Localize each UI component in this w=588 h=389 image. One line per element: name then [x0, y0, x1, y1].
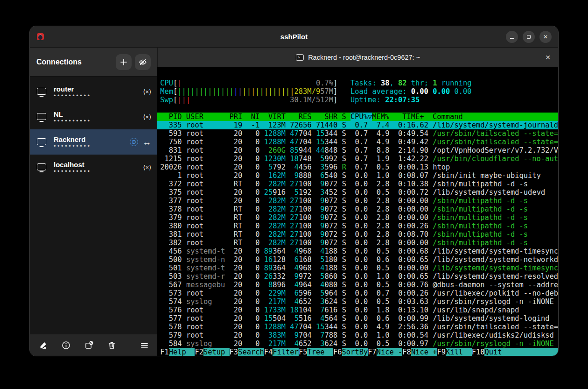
monitor-icon: [37, 88, 46, 95]
connection-password-dots: ••••••••••: [54, 119, 91, 123]
pencil-icon: [39, 341, 48, 350]
fn-label-search[interactable]: Search: [238, 348, 264, 356]
connection-item-router[interactable]: router••••••••••⟨×⟩: [30, 79, 157, 104]
process-row[interactable]: 1 root 20 0 162M 9888 6540 S 0.0 1.0 0:0…: [157, 171, 558, 180]
menu-button[interactable]: [140, 341, 149, 350]
fn-label-kill[interactable]: Kill: [446, 348, 472, 356]
fn-key-f2[interactable]: F2: [195, 348, 203, 356]
process-row[interactable]: 335 root 19 -1 123M 72656 71440 S 0.7 7.…: [157, 121, 558, 129]
info-icon: [62, 341, 70, 350]
app-icon: [37, 33, 44, 40]
terminal-screen[interactable]: CPU[| 0.7%] Tasks: 38, 82 thr; 1 running…: [157, 67, 558, 356]
process-row[interactable]: 584 syslog 20 0 217M 4652 3624 S 0.0 0.5…: [157, 339, 558, 348]
process-row[interactable]: 578 root 20 0 1288M 47704 15344 S 0.0 4.…: [157, 323, 558, 331]
meter-line: Swp[||| 30.1M/512M] Uptime: 22:07:35: [157, 96, 558, 104]
new-terminal-button[interactable]: [84, 341, 93, 350]
connection-password-dots: ••••••••••: [54, 93, 91, 98]
process-row[interactable]: 1215 root 20 0 1230M 18748 5992 S 0.7 1.…: [157, 155, 558, 163]
process-row[interactable]: 573 root 20 0 229M 6596 5964 S 0.0 0.7 0…: [157, 289, 558, 297]
hamburger-icon: [140, 341, 149, 350]
eye-off-icon: [139, 58, 147, 66]
disconnected-icon: ⟨×⟩: [143, 88, 152, 95]
fn-label-help[interactable]: Help: [169, 348, 195, 356]
fn-label-quit[interactable]: Quit: [484, 348, 511, 356]
fn-label-sortby[interactable]: SortBy: [342, 348, 368, 356]
terminal-icon: >_: [296, 54, 304, 61]
fn-key-f7[interactable]: F7: [368, 348, 377, 356]
maximize-icon: [527, 35, 531, 39]
process-row[interactable]: 750 root 20 0 1288M 47704 15344 S 0.7 4.…: [157, 138, 558, 146]
fn-label-nice-[interactable]: Nice -: [377, 348, 403, 356]
process-row[interactable]: 456 systemd-t 20 0 89364 4968 4188 S 0.0…: [157, 247, 558, 255]
fn-key-f8[interactable]: F8: [402, 348, 411, 356]
window-title: sshPilot: [280, 33, 308, 41]
process-row[interactable]: 577 root 20 0 15504 5516 4564 S 0.0 0.6 …: [157, 314, 558, 323]
process-row[interactable]: 593 root 20 0 1288M 47704 15344 S 0.7 4.…: [157, 129, 558, 138]
process-row[interactable]: 831 root 20 0 260G 85944 44848 S 0.7 8.8…: [157, 146, 558, 155]
connection-password-dots: ••••••••••: [54, 169, 91, 174]
meter-line: CPU[| 0.7%] Tasks: 38, 82 thr; 1 running: [157, 79, 558, 87]
fn-key-f4[interactable]: F4: [264, 348, 273, 356]
monitor-icon: [37, 163, 46, 170]
delete-connection-button[interactable]: [107, 341, 116, 350]
trash-icon: [107, 341, 116, 350]
tab-title: Racknerd - root@racknerd-0c9627: ~: [308, 54, 420, 61]
connected-icon: ↔: [142, 139, 151, 145]
fn-key-f5[interactable]: F5: [299, 348, 308, 356]
process-row[interactable]: 500 systemd-n 20 0 16128 6168 5180 S 0.0…: [157, 255, 558, 264]
connection-item-nl[interactable]: NL••••••••••⟨×⟩: [30, 104, 157, 129]
process-row[interactable]: 381 root RT 0 282M 27100 9072 S 0.0 2.8 …: [157, 230, 558, 239]
fn-key-f9[interactable]: F9: [437, 348, 446, 356]
process-row[interactable]: 379 root RT 0 282M 27100 9072 S 0.0 2.8 …: [157, 213, 558, 222]
process-row[interactable]: 382 root RT 0 282M 27100 9072 S 0.0 2.8 …: [157, 239, 558, 247]
process-row[interactable]: 375 root 20 0 25916 5192 3452 S 0.0 0.5 …: [157, 188, 558, 197]
disconnected-icon: ⟨×⟩: [143, 164, 152, 171]
fn-label-setup[interactable]: Setup: [203, 348, 230, 356]
process-row[interactable]: 567 messagebu 20 0 8896 4964 4080 S 0.0 …: [157, 281, 558, 289]
info-button[interactable]: [61, 341, 70, 350]
process-row[interactable]: 378 root RT 0 282M 27100 9072 S 0.0 2.8 …: [157, 205, 558, 213]
fn-bar-fill: [511, 348, 558, 356]
tab-close-button[interactable]: ✕: [545, 54, 551, 61]
main-pane: >_ Racknerd - root@racknerd-0c9627: ~ ✕ …: [157, 48, 558, 356]
connections-list: router••••••••••⟨×⟩NL••••••••••⟨×⟩Rackne…: [30, 77, 157, 334]
process-row[interactable]: 501 systemd-t 20 0 89364 4968 4188 S 0.0…: [157, 264, 558, 272]
hide-passwords-button[interactable]: [135, 54, 151, 70]
close-button[interactable]: ✕: [539, 31, 552, 43]
process-row[interactable]: 576 root 20 0 1733M 18104 7616 S 0.0 1.8…: [157, 306, 558, 314]
maximize-button[interactable]: [523, 31, 535, 43]
terminal-tab[interactable]: >_ Racknerd - root@racknerd-0c9627: ~ ✕: [157, 48, 558, 67]
connection-item-localhost[interactable]: localhost••••••••••⟨×⟩: [30, 155, 157, 180]
window-titlebar: sshPilot ✕: [30, 26, 558, 48]
new-window-icon: [84, 341, 93, 350]
fn-key-f10[interactable]: F10: [472, 348, 485, 356]
process-row[interactable]: 380 root RT 0 282M 27100 9072 S 0.0 2.8 …: [157, 222, 558, 230]
blank-line: [157, 104, 558, 113]
connection-password-dots: ••••••••••: [54, 144, 91, 149]
meter-line: Mem[|||||||||||||||||||||||||||283M/957M…: [157, 87, 558, 96]
process-row[interactable]: 20026 root 20 0 5792 4456 3596 R 0.7 0.5…: [157, 163, 558, 171]
app-window: sshPilot ✕ Connections: [29, 26, 559, 356]
fn-key-f1[interactable]: F1: [160, 348, 169, 356]
connections-title: Connections: [36, 58, 82, 66]
process-row[interactable]: 503 systemd-r 20 0 26332 9972 5860 S 0.0…: [157, 272, 558, 281]
process-row[interactable]: 377 root 20 0 282M 27100 9072 S 0.0 2.8 …: [157, 197, 558, 205]
process-table-header: PID USER PRI NI VIRT RES SHR S CPU%▽MEM%…: [157, 113, 558, 121]
fn-label-tree[interactable]: Tree: [307, 348, 333, 356]
dynamic-forwarding-badge: D: [130, 138, 138, 146]
process-row[interactable]: 372 root RT 0 282M 27100 9072 S 0.0 2.8 …: [157, 180, 558, 188]
connection-item-racknerd[interactable]: Racknerd••••••••••D↔: [30, 129, 157, 155]
process-row[interactable]: 574 syslog 20 0 217M 4652 3624 S 0.0 0.5…: [157, 297, 558, 306]
fn-key-f3[interactable]: F3: [230, 348, 238, 356]
minimize-button[interactable]: [506, 31, 518, 43]
monitor-icon: [37, 113, 46, 120]
process-row[interactable]: 579 root 20 0 383M 9704 7788 S 0.0 1.0 0…: [157, 331, 558, 339]
fn-label-nice+[interactable]: Nice +: [411, 348, 437, 356]
sidebar-header: Connections: [30, 48, 157, 77]
edit-connection-button[interactable]: [38, 341, 48, 350]
minimize-icon: [510, 38, 514, 39]
sidebar-toolbar: [30, 334, 157, 356]
fn-key-f6[interactable]: F6: [333, 348, 342, 356]
add-connection-button[interactable]: [116, 54, 132, 70]
fn-label-filter[interactable]: Filter: [273, 348, 299, 356]
